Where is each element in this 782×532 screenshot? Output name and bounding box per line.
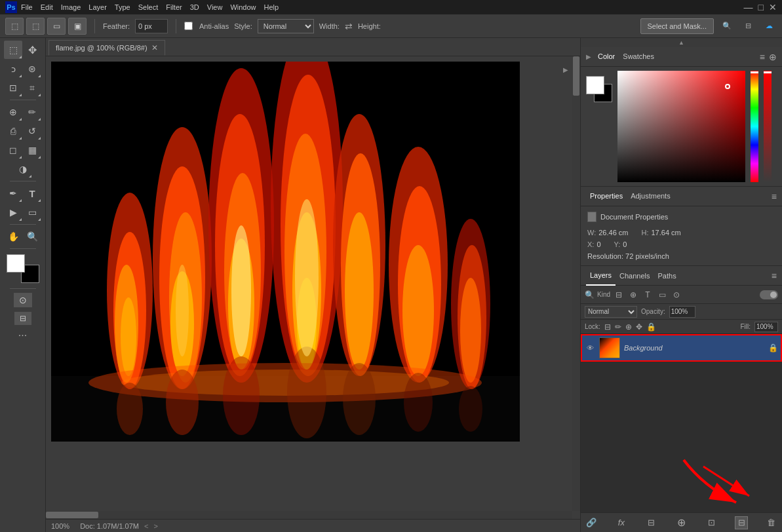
new-group-btn[interactable]: ⊡ — [705, 516, 718, 529]
filter-adjust-btn[interactable]: ⊕ — [627, 289, 639, 301]
current-tool-btn[interactable]: ⬚ — [26, 18, 45, 35]
foreground-swatch[interactable] — [586, 76, 604, 94]
lock-paint-icon[interactable]: ✏ — [615, 322, 621, 332]
color-tab[interactable]: Color — [594, 47, 619, 67]
layer-visibility-toggle[interactable]: 👁 — [585, 343, 595, 353]
hand-tool[interactable]: ✋ — [4, 227, 22, 246]
color-gradient-picker[interactable] — [617, 71, 745, 182]
opacity-input[interactable] — [669, 306, 695, 318]
alpha-indicator[interactable] — [764, 71, 772, 182]
color-panel-menu-btn[interactable]: ≡ — [760, 52, 765, 62]
extras-btn[interactable]: ··· — [18, 330, 27, 341]
menu-filter[interactable]: Filter — [166, 3, 182, 11]
style-select[interactable]: Normal Fixed Ratio Fixed Size — [258, 19, 314, 33]
quick-select-tool[interactable]: ⊛ — [23, 60, 41, 78]
eyedropper-tool[interactable]: ⌗ — [23, 79, 41, 97]
tool-option2-btn[interactable]: ▣ — [68, 18, 87, 35]
type-tool[interactable]: T — [23, 184, 41, 202]
properties-tab[interactable]: Properties — [586, 187, 627, 206]
crop-tool[interactable]: ⊡ — [4, 79, 22, 97]
menu-edit[interactable]: Edit — [41, 3, 53, 11]
canvas-container[interactable]: ▶ — [46, 56, 580, 519]
menu-type[interactable]: Type — [115, 3, 130, 11]
workspace-layout-btn[interactable]: ⊟ — [740, 18, 756, 34]
pen-tool[interactable]: ✒ — [4, 184, 22, 202]
scroll-right-btn[interactable]: > — [153, 522, 157, 530]
close-button[interactable]: ✕ — [769, 2, 777, 12]
panel-collapse-handle[interactable]: ▶ — [560, 56, 571, 83]
channels-tab[interactable]: Channels — [616, 266, 654, 286]
lock-move-icon[interactable]: ✥ — [636, 322, 642, 332]
color-collapse-icon[interactable]: ▶ — [586, 53, 591, 60]
link-layers-btn[interactable]: 🔗 — [585, 516, 598, 529]
lasso-tool[interactable]: ↄ — [4, 60, 22, 78]
feather-input[interactable] — [135, 19, 168, 33]
menu-help[interactable]: Help — [264, 3, 279, 11]
eraser-tool[interactable]: ◻ — [4, 141, 22, 159]
canvas-scrollbar-horizontal[interactable] — [46, 511, 572, 519]
lock-all-icon[interactable]: 🔒 — [646, 322, 656, 332]
marquee-tool[interactable]: ⬚ — [4, 41, 22, 59]
fill-input[interactable] — [754, 322, 778, 332]
layer-name: Background — [624, 344, 764, 352]
layer-background-row[interactable]: 👁 Background 🔒 — [581, 334, 782, 362]
filter-shape-btn[interactable]: ▭ — [656, 289, 668, 301]
new-adjustment-btn[interactable]: ⊕ — [674, 516, 688, 529]
menu-layer[interactable]: Layer — [88, 3, 107, 11]
history-brush-tool[interactable]: ↺ — [23, 122, 41, 140]
color-spectrum-slider[interactable] — [751, 71, 758, 182]
menu-3d[interactable]: 3D — [190, 3, 199, 11]
move-tool[interactable]: ✥ — [23, 41, 41, 59]
foreground-color-swatch[interactable] — [7, 254, 25, 273]
canvas-tab-flame[interactable]: flame.jpg @ 100% (RGB/8#) ✕ — [49, 40, 165, 56]
swatches-tab[interactable]: Swatches — [619, 47, 658, 67]
filter-pixel-btn[interactable]: ⊟ — [613, 289, 625, 301]
cc-icon[interactable]: ⊕ — [769, 52, 777, 62]
cc-share-btn[interactable]: ☁ — [761, 18, 777, 34]
maximize-button[interactable]: □ — [758, 2, 764, 12]
filter-toggle-btn[interactable] — [760, 290, 778, 299]
stamp-tool[interactable]: ⎙ — [4, 122, 22, 140]
filter-smart-btn[interactable]: ⊙ — [671, 289, 682, 301]
lock-artboard-icon[interactable]: ⊕ — [625, 322, 632, 332]
minimize-button[interactable]: — — [744, 2, 753, 12]
paths-tab[interactable]: Paths — [654, 266, 680, 286]
layers-tab[interactable]: Layers — [586, 266, 616, 286]
gradient-tool[interactable]: ▦ — [23, 141, 41, 159]
move-icon: ✥ — [28, 44, 37, 56]
scroll-left-btn[interactable]: < — [144, 522, 148, 530]
filter-type-btn[interactable]: T — [642, 289, 654, 301]
layers-panel-menu-btn[interactable]: ≡ — [772, 271, 777, 281]
props-panel-menu-btn[interactable]: ≡ — [772, 191, 777, 202]
menu-select[interactable]: Select — [138, 3, 159, 11]
dodge-tool[interactable]: ◑ — [14, 160, 32, 178]
delete-layer-btn[interactable]: 🗑 — [765, 516, 778, 529]
canvas-scroll-thumb-vertical[interactable] — [573, 56, 579, 96]
brush-tool[interactable]: ✏ — [23, 103, 41, 121]
menu-image[interactable]: Image — [61, 3, 81, 11]
screen-mode-btn[interactable]: ⊟ — [14, 312, 31, 325]
lock-position-icon[interactable]: ⊟ — [604, 322, 611, 332]
canvas-scroll-thumb-horizontal[interactable] — [46, 512, 98, 518]
heal-tool[interactable]: ⊕ — [4, 103, 22, 121]
path-select-tool[interactable]: ▶ — [4, 203, 22, 221]
menu-window[interactable]: Window — [230, 3, 256, 11]
adjustments-tab[interactable]: Adjustments — [627, 187, 674, 206]
new-layer-btn[interactable]: ⊟ — [735, 516, 748, 529]
add-mask-btn[interactable]: ⊟ — [645, 516, 658, 529]
menu-view[interactable]: View — [207, 3, 223, 11]
search-button[interactable]: 🔍 — [719, 18, 735, 34]
menu-file[interactable]: File — [21, 3, 33, 11]
zoom-tool[interactable]: 🔍 — [23, 227, 41, 246]
shape-tool[interactable]: ▭ — [23, 203, 41, 221]
quick-mask-btn[interactable]: ⊙ — [14, 293, 32, 307]
antialias-checkbox[interactable] — [184, 22, 193, 30]
select-and-mask-button[interactable]: Select and Mask... — [640, 18, 714, 34]
blend-mode-select[interactable]: Normal Multiply Screen — [585, 306, 637, 318]
canvas-scrollbar-vertical[interactable] — [572, 56, 580, 511]
marquee-tool-btn[interactable]: ⬚ — [5, 18, 24, 35]
tab-close-btn[interactable]: ✕ — [151, 43, 158, 52]
tool-option-btn[interactable]: ▭ — [47, 18, 66, 35]
layer-fx-btn[interactable]: fx — [615, 516, 628, 529]
right-panel-expand-top[interactable]: ▲ — [581, 38, 782, 47]
